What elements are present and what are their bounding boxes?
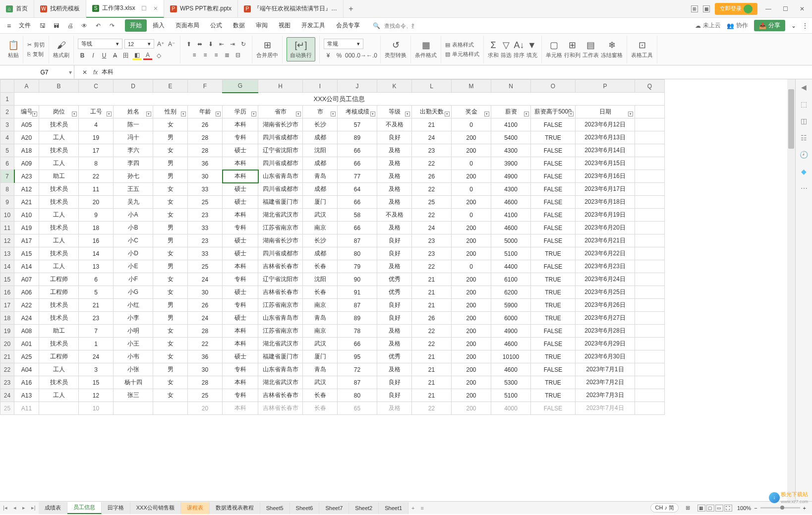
cell[interactable]: 小E bbox=[114, 260, 153, 273]
sheet-tab[interactable]: 成绩表 bbox=[39, 502, 67, 514]
cell[interactable]: 及格 bbox=[377, 183, 412, 196]
cell[interactable]: 5100 bbox=[491, 247, 531, 260]
row-header[interactable]: 23 bbox=[0, 376, 14, 389]
cell[interactable]: 技术员 bbox=[39, 338, 79, 350]
cell[interactable]: 2023年6月22日 bbox=[576, 247, 635, 260]
cell[interactable]: 28 bbox=[188, 131, 223, 144]
cell[interactable]: 工人 bbox=[39, 363, 79, 376]
col-header[interactable]: G bbox=[223, 80, 258, 93]
cell[interactable] bbox=[635, 325, 665, 338]
login-button[interactable]: 立即登录 bbox=[715, 3, 757, 15]
cell[interactable]: A15 bbox=[14, 247, 39, 260]
col-header[interactable]: K bbox=[377, 80, 412, 93]
cell[interactable]: 20 bbox=[188, 402, 223, 415]
cell[interactable]: FALSE bbox=[531, 196, 576, 209]
fx-icon[interactable]: fx bbox=[93, 69, 98, 76]
cell[interactable]: 四川省成都市 bbox=[258, 183, 303, 196]
cell[interactable]: 33 bbox=[188, 222, 223, 234]
cell[interactable]: 专科 bbox=[223, 131, 258, 144]
saveas-icon[interactable]: 🖬 bbox=[52, 21, 61, 31]
orient-icon[interactable]: ↻ bbox=[239, 40, 248, 49]
cell[interactable]: 专科 bbox=[223, 273, 258, 286]
bold-icon[interactable]: B bbox=[78, 51, 87, 60]
cell[interactable]: 36 bbox=[188, 157, 223, 170]
cell[interactable]: 2023年7月1日 bbox=[576, 363, 635, 376]
cell[interactable]: 杨十四 bbox=[114, 376, 153, 389]
cell[interactable]: 28 bbox=[188, 325, 223, 338]
cell[interactable]: A24 bbox=[14, 312, 39, 325]
cell[interactable]: 女 bbox=[153, 247, 188, 260]
col-header[interactable]: J bbox=[338, 80, 377, 93]
cell[interactable]: 李六 bbox=[114, 144, 153, 157]
cell[interactable]: 5400 bbox=[491, 131, 531, 144]
cell[interactable]: 200 bbox=[452, 389, 491, 402]
cell[interactable]: 本科 bbox=[223, 325, 258, 338]
close-icon[interactable]: × bbox=[154, 4, 158, 12]
cell[interactable]: 工人 bbox=[39, 209, 79, 222]
cell[interactable]: 工人 bbox=[39, 157, 79, 170]
dec-inc-icon[interactable]: .0→ bbox=[356, 51, 365, 60]
row-header[interactable]: 3 bbox=[0, 118, 14, 131]
cell[interactable]: 25 bbox=[412, 196, 452, 209]
cell[interactable]: 14 bbox=[79, 247, 114, 260]
number-format-select[interactable]: 常规▾ bbox=[324, 39, 363, 49]
cell[interactable]: 良好 bbox=[377, 247, 412, 260]
align-mid-icon[interactable]: ⬌ bbox=[195, 40, 204, 49]
cell[interactable]: 女 bbox=[153, 209, 188, 222]
cell[interactable] bbox=[635, 299, 665, 312]
cell[interactable]: 小B bbox=[114, 222, 153, 234]
cell[interactable] bbox=[635, 183, 665, 196]
cell[interactable]: 技术员 bbox=[39, 376, 79, 389]
cell[interactable]: 65 bbox=[338, 402, 377, 415]
filter-button[interactable]: ▽筛选 bbox=[501, 40, 512, 59]
cell[interactable]: A16 bbox=[14, 376, 39, 389]
cell[interactable]: 小张 bbox=[114, 363, 153, 376]
cell[interactable]: A25 bbox=[14, 350, 39, 363]
cell[interactable]: 13 bbox=[79, 260, 114, 273]
zoom-out[interactable]: − bbox=[754, 505, 757, 511]
cell[interactable]: 吉林省长春市 bbox=[258, 402, 303, 415]
cell[interactable]: 3900 bbox=[491, 157, 531, 170]
cell[interactable]: 冯十 bbox=[114, 131, 153, 144]
cell[interactable] bbox=[635, 376, 665, 389]
file-menu[interactable]: 文件 bbox=[16, 20, 34, 31]
cell[interactable]: 2023年6月19日 bbox=[576, 209, 635, 222]
cell-style[interactable]: ▧ 单元格样式 bbox=[445, 50, 479, 58]
cell[interactable]: FALSE bbox=[531, 157, 576, 170]
cell[interactable]: TRUE bbox=[531, 286, 576, 299]
dec-dec-icon[interactable]: ←.0 bbox=[367, 51, 376, 60]
cell[interactable]: 不及格 bbox=[377, 209, 412, 222]
filter-icon[interactable]: ▾ bbox=[216, 112, 221, 116]
cell[interactable]: 小G bbox=[114, 286, 153, 299]
cell[interactable]: A21 bbox=[14, 196, 39, 209]
cell[interactable]: 6 bbox=[79, 273, 114, 286]
indent-dec-icon[interactable]: ⇤ bbox=[217, 40, 226, 49]
sheet-tab[interactable]: Sheet6 bbox=[290, 502, 320, 514]
cell[interactable]: 硕士 bbox=[223, 234, 258, 247]
col-header[interactable]: A bbox=[14, 80, 39, 93]
share-button[interactable]: 📤 分享 bbox=[754, 20, 785, 31]
cell[interactable]: 男 bbox=[153, 260, 188, 273]
cell[interactable]: 及格 bbox=[377, 260, 412, 273]
more-icon[interactable]: ⋮ bbox=[802, 22, 808, 29]
row-header[interactable]: 14 bbox=[0, 260, 14, 273]
save-icon[interactable]: 🖫 bbox=[38, 21, 48, 31]
cell[interactable]: FALSE bbox=[531, 183, 576, 196]
cell[interactable]: 21 bbox=[79, 299, 114, 312]
cell[interactable]: 26 bbox=[188, 118, 223, 131]
row-header[interactable]: 11 bbox=[0, 222, 14, 234]
filter-icon[interactable]: ▾ bbox=[484, 112, 489, 116]
filter-icon[interactable]: ▾ bbox=[445, 112, 450, 116]
cell[interactable]: 22 bbox=[79, 170, 114, 183]
cell[interactable]: 及格 bbox=[377, 170, 412, 183]
menu-tab[interactable]: 数据 bbox=[228, 19, 250, 32]
cell[interactable]: 200 bbox=[452, 170, 491, 183]
italic-icon[interactable]: I bbox=[89, 51, 98, 60]
cell[interactable]: TRUE bbox=[531, 247, 576, 260]
cell[interactable]: 24 bbox=[188, 312, 223, 325]
cell[interactable]: 2023年6月27日 bbox=[576, 312, 635, 325]
select-icon[interactable]: ⬚ bbox=[801, 100, 807, 108]
cell[interactable]: 技术员 bbox=[39, 144, 79, 157]
filter-icon[interactable]: ▾ bbox=[32, 112, 37, 116]
grow-font-icon[interactable]: A⁺ bbox=[156, 40, 165, 49]
